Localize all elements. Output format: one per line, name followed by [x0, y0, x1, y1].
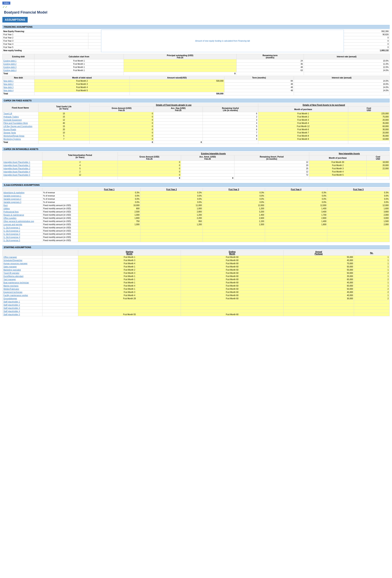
debt-name[interactable]: Existing debt 4 [2, 69, 34, 72]
fixed-asset-name[interactable]: Dockside Equipment [2, 118, 38, 122]
staff-name[interactable]: Equipment technician [2, 291, 43, 294]
financing-section: FINANCING ASSUMPTIONS New Equity Financi… [2, 25, 390, 95]
staff-name[interactable]: Staff placeholder 1 [2, 300, 43, 303]
sga-y3: 0.3% [203, 191, 265, 194]
intangible-asset-name[interactable]: Intangible Asset Placeholder 5 [2, 173, 43, 177]
staff-name[interactable]: Staff placeholder 4 [2, 310, 43, 313]
new-total-label: Total [2, 92, 34, 95]
staff-name[interactable]: Staff placeholder 3 [2, 307, 43, 310]
index-tab[interactable]: Index [2, 1, 10, 4]
new-debt-name[interactable]: New debt 3 [2, 86, 34, 89]
staff-name[interactable]: Office manager [2, 256, 43, 259]
fixed-asset-name[interactable]: Travel Lift [2, 112, 38, 115]
staff-placeholder [43, 278, 78, 281]
sga-y3 [203, 229, 265, 233]
intangible-asset-name[interactable]: Intangible Asset Placeholder 2 [2, 164, 43, 167]
staffing-row: Facility maintenance worker Fcst Month 4… [2, 294, 390, 297]
sga-row: Rent Fixed monthly amount (in USD) 10,00… [2, 204, 390, 207]
debt-interest: 10.0% [304, 59, 390, 62]
staff-name[interactable]: Marketing specialist [2, 268, 43, 272]
sga-y4: 3,400 [265, 210, 327, 213]
staff-name[interactable]: Dock/Marina attendant [2, 275, 43, 278]
sga-type: % of revenue [43, 191, 78, 194]
intangible-month: Fcst Month 3 [309, 167, 367, 170]
staff-name[interactable]: Groundskeeper [2, 297, 43, 300]
sga-y3: 1,400 [203, 213, 265, 217]
staff-name[interactable]: Yard manager [2, 278, 43, 281]
staff-name[interactable]: Marine mechanic [2, 284, 43, 288]
debt-name[interactable]: Existing debt 3 [2, 66, 34, 69]
fixed-asset-life: 15 [38, 125, 89, 128]
staff-name[interactable]: Facility maintenance worker [2, 294, 43, 297]
sga-y3 [203, 239, 265, 242]
intangible-amort: 12 [43, 173, 118, 177]
staffing-row: Yard manager Fcst Month 1 Fcst Month 60 … [2, 278, 390, 281]
staff-end: Fcst Month 60 [181, 272, 284, 275]
fixed-asset-row: Lift Bay Design and Construction 15 0 5 … [2, 125, 390, 128]
staff-name[interactable]: Scheduler/Dispatcher [2, 259, 43, 262]
debt-calc: Fcst Month 1 [34, 62, 124, 66]
fixed-asset-name[interactable]: Storage Yards [2, 131, 38, 134]
staff-name[interactable]: Welder/Fabricator [2, 288, 43, 291]
sga-y4 [265, 226, 327, 229]
debt-name[interactable]: Existing debt 1 [2, 59, 34, 62]
staffing-no-col: No. [354, 250, 390, 256]
existing-fixed-header: Details of Fixed Assets already in use [89, 103, 258, 107]
debt-remaining: 48 [236, 66, 304, 69]
fixed-asset-month: Fcst Month 7 [258, 131, 348, 134]
intangible-asset-name[interactable]: Intangible Asset Placeholder 4 [2, 170, 43, 173]
intangible-total-gross: 0 [118, 177, 181, 180]
fixed-asset-life: 15 [38, 115, 89, 118]
new-debt-name[interactable]: New debt 1 [2, 79, 34, 83]
fixed-asset-name[interactable]: Access Roads [2, 128, 38, 131]
sga-row: Office supplies Fixed monthly amount (in… [2, 217, 390, 220]
staff-no [354, 313, 390, 316]
staff-name[interactable]: Travel lift operator [2, 272, 43, 275]
intangible-cost [367, 170, 390, 173]
staff-name[interactable]: Human resources manager [2, 262, 43, 265]
staff-annual: 40,000 [284, 294, 354, 297]
sga-y1: 0.3% [78, 191, 140, 194]
staff-placeholder [43, 313, 78, 316]
fixed-asset-row: Access Roads 20 0 6 Fcst Month 6 30,000 [2, 128, 390, 131]
intangible-asset-name[interactable]: Intangible Asset Placeholder 1 [2, 161, 43, 164]
intangible-month: Fcst Month 4 [309, 170, 367, 173]
intangible-amort: 2 [43, 161, 118, 164]
fixed-asset-name[interactable]: Workshop/Repair Areas [2, 134, 38, 138]
staff-end: Fcst Month 60 [181, 275, 284, 278]
intangible-gross: 0 [118, 170, 181, 173]
staff-no: 1 [354, 275, 390, 278]
sga-y1: 0.0% [78, 197, 140, 201]
debt-name[interactable]: Existing debt 2 [2, 62, 34, 66]
staff-no: 2 [354, 297, 390, 300]
staffing-row: Travel lift operator Fcst Month 3 Fcst M… [2, 272, 390, 275]
sga-y3: 1,500 [203, 223, 265, 226]
sga-y1-col: Fcst Year 1 [78, 188, 140, 191]
staff-end: Fcst Month 60 [181, 291, 284, 294]
staff-end [181, 307, 284, 310]
staff-name[interactable]: Staff placeholder 2 [2, 303, 43, 307]
new-cost-col: Cost USD [348, 107, 390, 112]
staff-name[interactable]: Boat maintenance technician [2, 281, 43, 284]
fixed-asset-name[interactable]: Hydraulic Trailers [2, 115, 38, 118]
fixed-asset-name[interactable]: Monitoring Systems [2, 138, 38, 141]
sga-y5: 1,600 [327, 207, 390, 210]
fixed-asset-name[interactable]: Piling and Foundation Work [2, 122, 38, 125]
staff-name[interactable]: Staff placeholder 5 [2, 313, 43, 316]
new-debt-name[interactable]: New debt 2 [2, 83, 34, 86]
fixed-asset-life: 12 [38, 118, 89, 122]
existing-debt-row: Existing debt 3 Fcst Month 1 48 12.0% [2, 66, 390, 69]
sga-y2: 1,200 [140, 223, 203, 226]
intangible-total-acc: 0 [181, 177, 234, 180]
staff-end [181, 310, 284, 313]
sga-y5 [327, 229, 390, 233]
fixed-asset-name[interactable]: Lift Bay Design and Construction [2, 125, 38, 128]
new-debt-name[interactable]: New debt 4 [2, 89, 34, 92]
staff-no: 1 [354, 281, 390, 284]
staff-placeholder [43, 307, 78, 310]
debt-principal [124, 62, 237, 66]
staff-name[interactable]: Sales manager [2, 265, 43, 268]
staff-end [181, 300, 284, 303]
sga-row: S, G& A expense 3 Fixed monthly amount (… [2, 233, 390, 236]
intangible-asset-name[interactable]: Intangible Asset Placeholder 3 [2, 167, 43, 170]
